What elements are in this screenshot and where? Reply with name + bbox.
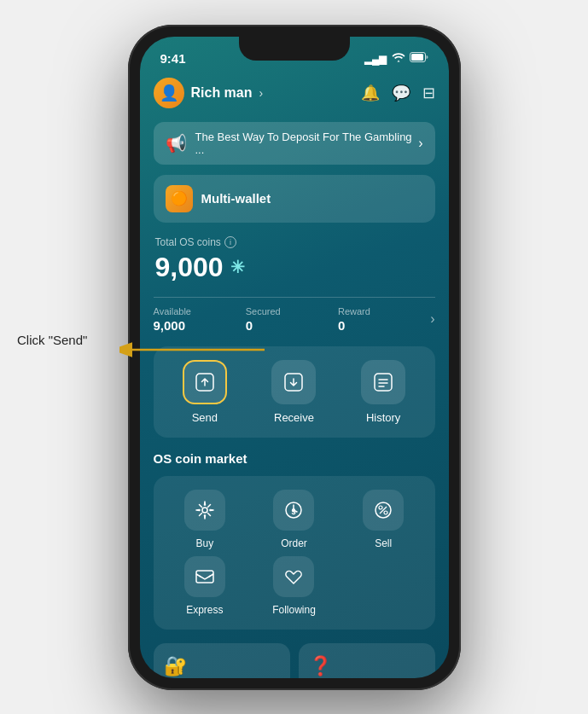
signal-icon: ▂▄▆ — [364, 53, 387, 65]
stat-secured-value: 0 — [246, 318, 338, 333]
authenticator-card[interactable]: 🔐 OS Authenticator › Version 4.3.12 — [154, 643, 290, 678]
stat-available: Available 9,000 — [154, 306, 246, 333]
stats-chevron-icon: › — [430, 311, 434, 327]
screen-content: 👤 Rich man › 🔔 💬 ⊟ 📢 The Best Way To Dep — [140, 74, 449, 678]
following-label: Following — [272, 604, 316, 616]
stat-reward: Reward 0 — [338, 306, 430, 333]
page-wrapper: Click "Send" 9:41 ▂▄▆ — [0, 0, 588, 714]
buy-label: Buy — [195, 537, 213, 549]
header-actions: 🔔 💬 ⊟ — [361, 84, 435, 102]
stat-available-value: 9,000 — [154, 318, 246, 333]
svg-rect-6 — [375, 374, 392, 391]
divider — [154, 297, 435, 298]
sell-button[interactable]: Sell — [349, 490, 417, 549]
header-row: 👤 Rich man › 🔔 💬 ⊟ — [154, 74, 435, 112]
help-icon: ❓ — [309, 655, 425, 677]
user-chevron-icon: › — [259, 86, 264, 100]
help-card[interactable]: ❓ Help center 👩 — [299, 643, 435, 678]
express-label: Express — [186, 604, 223, 616]
notification-icon[interactable]: 🔔 — [361, 84, 380, 102]
send-button[interactable]: Send — [183, 360, 227, 424]
balance-symbol-icon: ✳ — [230, 257, 245, 277]
send-label: Send — [192, 411, 218, 424]
receive-icon-wrap — [271, 360, 316, 404]
wallet-name: Multi-wallet — [201, 191, 271, 206]
wallet-icon: 🟠 — [166, 185, 193, 212]
stat-secured-label: Secured — [246, 306, 338, 316]
order-button[interactable]: $ Order — [259, 490, 328, 549]
svg-rect-17 — [196, 571, 213, 583]
order-label: Order — [281, 537, 307, 549]
banner-text: The Best Way To Deposit For The Gambling… — [195, 131, 419, 156]
sell-icon-wrap — [363, 490, 404, 531]
market-section-title: OS coin market — [154, 451, 435, 466]
buy-icon-wrap — [184, 490, 225, 531]
promo-banner[interactable]: 📢 The Best Way To Deposit For The Gambli… — [154, 122, 435, 165]
following-button[interactable]: Following — [259, 556, 328, 616]
wallet-card[interactable]: 🟠 Multi-wallet — [154, 175, 435, 223]
click-label: Click "Send" — [17, 333, 87, 347]
history-button[interactable]: History — [361, 360, 405, 424]
avatar: 👤 — [154, 78, 184, 108]
stats-row: Available 9,000 Secured 0 Reward 0 › — [154, 306, 435, 333]
balance-amount: 9,000 ✳ — [155, 252, 434, 283]
banner-content: 📢 The Best Way To Deposit For The Gambli… — [166, 131, 419, 156]
receive-button[interactable]: Receive — [271, 360, 316, 424]
status-time: 9:41 — [160, 51, 186, 66]
status-icons: ▂▄▆ — [364, 52, 428, 65]
svg-point-10 — [202, 508, 207, 513]
banner-arrow-icon: › — [418, 136, 422, 151]
notch — [239, 37, 350, 61]
stat-secured: Secured 0 — [246, 306, 338, 333]
wifi-icon — [392, 52, 405, 65]
history-label: History — [366, 411, 400, 424]
market-row-2: Express Following — [160, 556, 428, 616]
megaphone-icon: 📢 — [166, 133, 187, 154]
message-icon[interactable]: 💬 — [392, 84, 410, 102]
order-icon-wrap: $ — [273, 490, 314, 531]
authenticator-icon: 🔐 — [164, 655, 280, 677]
market-grid: Buy $ Order — [154, 476, 435, 630]
receive-label: Receive — [274, 411, 314, 424]
balance-section: Total OS coins i 9,000 ✳ — [154, 236, 435, 283]
market-row-1: Buy $ Order — [160, 490, 428, 549]
following-icon-wrap — [273, 556, 314, 597]
express-icon-wrap — [184, 556, 225, 597]
stat-reward-label: Reward — [338, 306, 430, 316]
svg-point-15 — [379, 506, 382, 509]
svg-text:$: $ — [292, 508, 296, 516]
bottom-cards: 🔐 OS Authenticator › Version 4.3.12 ❓ He… — [154, 643, 435, 678]
scan-icon[interactable]: ⊟ — [422, 84, 435, 102]
buy-button[interactable]: Buy — [171, 490, 239, 549]
balance-label: Total OS coins i — [155, 236, 434, 248]
sell-label: Sell — [375, 537, 392, 549]
arrow-svg — [119, 333, 265, 367]
svg-point-16 — [384, 511, 387, 514]
stat-reward-value: 0 — [338, 318, 430, 333]
info-icon[interactable]: i — [224, 236, 236, 248]
user-name: Rich man — [191, 85, 253, 101]
battery-icon — [410, 52, 428, 65]
express-button[interactable]: Express — [171, 556, 239, 616]
user-section[interactable]: 👤 Rich man › — [154, 78, 264, 108]
history-icon-wrap — [361, 360, 405, 404]
svg-rect-3 — [411, 54, 423, 61]
stat-available-label: Available — [154, 306, 246, 316]
click-annotation: Click "Send" — [17, 333, 87, 347]
